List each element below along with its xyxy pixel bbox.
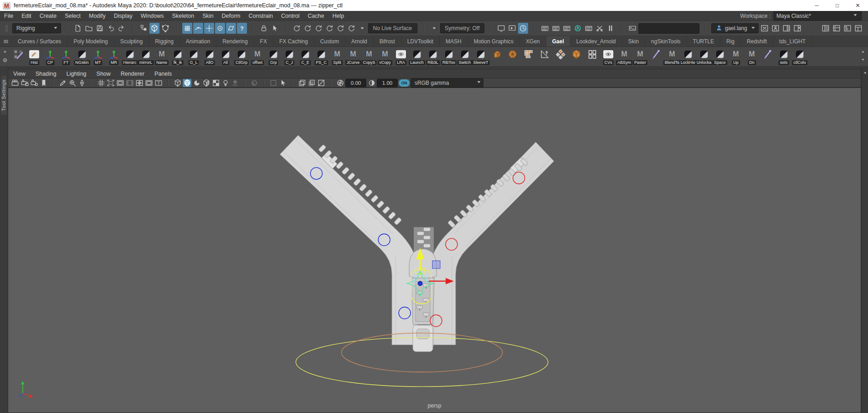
menu-item[interactable]: File	[0, 11, 17, 21]
shadows-icon[interactable]	[231, 79, 239, 87]
live-surface-menu-arrow[interactable]	[357, 23, 367, 34]
panel-menu-item[interactable]: View	[8, 71, 31, 77]
image-plane-icon[interactable]	[307, 79, 316, 87]
open-render-view-icon[interactable]	[496, 23, 506, 34]
workspace-controls-icon[interactable]	[853, 23, 863, 34]
shelf-button[interactable]: M Name	[154, 47, 169, 66]
anim-layer-icon[interactable]	[562, 23, 572, 34]
color-management-toggle[interactable]: ON	[399, 79, 410, 87]
shelf-button[interactable]	[489, 47, 504, 66]
panel-menu-item[interactable]: Renderer	[116, 71, 149, 77]
shelf-button[interactable]: MR	[106, 47, 122, 66]
menu-item[interactable]: Cache	[303, 11, 328, 21]
shelf-overflow-up-icon[interactable]	[859, 48, 867, 55]
shelf-button[interactable]: Switch	[457, 47, 473, 66]
shelf-tab[interactable]: Rigging	[149, 36, 180, 46]
menu-item[interactable]: Skin	[198, 11, 217, 21]
shelf-editor-icon[interactable]	[1, 57, 9, 64]
shelf-button[interactable]: Space	[712, 47, 728, 66]
resolution-gate-icon[interactable]	[116, 79, 124, 87]
smooth-shade-icon[interactable]	[183, 79, 191, 87]
humanik-toggle-icon[interactable]	[770, 23, 781, 34]
cycle-check-icon[interactable]	[335, 23, 345, 34]
pick-tool-icon[interactable]	[77, 79, 86, 87]
shelf-tab[interactable]: Arnold	[345, 36, 374, 46]
panel-menu-item[interactable]: Show	[92, 71, 116, 77]
shelf-button[interactable]: M ABSym	[616, 47, 632, 66]
field-chart-icon[interactable]	[135, 79, 144, 87]
toon-shading-icon[interactable]	[573, 23, 583, 34]
shelf-tab[interactable]: XGen	[520, 36, 546, 46]
sequence-manager-icon[interactable]	[584, 23, 594, 34]
lock-selection-icon[interactable]	[259, 23, 269, 34]
select-object-icon[interactable]	[149, 23, 159, 34]
live-surface-field[interactable]: No Live Surface	[368, 23, 417, 33]
snap-to-grid-icon[interactable]	[182, 23, 192, 34]
input-connections-icon[interactable]	[292, 23, 302, 34]
display-layer-icon[interactable]	[540, 23, 550, 34]
camera-attributes-icon[interactable]	[30, 79, 38, 87]
shelf-button[interactable]: NGskin	[74, 47, 90, 66]
pause-viewport-icon[interactable]	[606, 23, 616, 34]
shelf-button[interactable]: C_E	[298, 47, 313, 66]
shelf-button[interactable]: M Dn	[744, 47, 760, 66]
close-button[interactable]: ✕	[847, 0, 868, 11]
panel-menu-item[interactable]: Panels	[149, 71, 177, 77]
isolate-select-icon[interactable]	[269, 79, 277, 87]
shelf-tab[interactable]: FX Caching	[273, 36, 314, 46]
new-scene-icon[interactable]	[73, 23, 83, 34]
maximize-button[interactable]: □	[827, 0, 847, 11]
snapshot-icon[interactable]	[298, 79, 306, 87]
redo-icon[interactable]	[117, 23, 127, 34]
grease-pencil-icon[interactable]	[58, 79, 67, 87]
menu-item[interactable]: Skeleton	[168, 11, 199, 21]
panel-menu-item[interactable]: Shading	[31, 71, 62, 77]
shelf-button[interactable]: FT	[58, 47, 74, 66]
select-cursor-icon[interactable]	[278, 79, 287, 87]
render-current-frame-icon[interactable]	[507, 23, 517, 34]
shelf-button[interactable]: RibToo	[441, 47, 457, 66]
shelf-button[interactable]	[521, 47, 536, 66]
shelf-button[interactable]: PS_C	[313, 47, 329, 66]
shelf-button[interactable]: mirrorL	[138, 47, 154, 66]
shelf-button[interactable]: Launch	[409, 47, 425, 66]
shelf-tab[interactable]: Lookdev_Arnold	[570, 36, 622, 46]
use-all-lights-icon[interactable]	[221, 79, 230, 87]
shelf-button[interactable]: M Up	[728, 47, 744, 66]
user-menu-dropdown[interactable]: gael.lang	[711, 23, 759, 33]
default-material-icon[interactable]	[202, 79, 211, 87]
menu-item[interactable]: Create	[36, 11, 61, 21]
flat-shade-icon[interactable]	[192, 79, 201, 87]
shelf-button[interactable]: M vCopy	[377, 47, 393, 66]
construction-history-icon[interactable]	[324, 23, 334, 34]
shelf-selector-icon[interactable]	[1, 48, 9, 56]
shelf-button[interactable]	[553, 47, 568, 66]
safe-action-icon[interactable]	[144, 79, 153, 87]
menu-item[interactable]: Deform	[218, 11, 245, 21]
menu-item[interactable]: Help	[328, 11, 348, 21]
ssao-icon[interactable]	[250, 79, 258, 87]
shelf-button[interactable]: Rib3L	[425, 47, 441, 66]
shelf-button[interactable]: M CopyS	[361, 47, 377, 66]
panel-menu-item[interactable]: Lighting	[62, 71, 92, 77]
highlight-selection-icon[interactable]	[270, 23, 280, 34]
shelf-button[interactable]: Grp	[266, 47, 281, 66]
shelf-button[interactable]: CVs	[601, 47, 616, 66]
wireframe-icon[interactable]	[173, 79, 182, 87]
grid-toggle-icon[interactable]	[97, 79, 105, 87]
exposure-field[interactable]: 0.00	[345, 79, 366, 87]
outliner-toggle-icon[interactable]	[842, 23, 853, 34]
menu-item[interactable]: Constrain	[245, 11, 277, 21]
shelf-button[interactable]: M BlendTa	[664, 47, 680, 66]
shelf-button[interactable]: LRA	[393, 47, 409, 66]
shelf-button[interactable]	[569, 47, 584, 66]
right-sidebar-strip[interactable]: ◂	[861, 67, 868, 413]
select-hierarchy-icon[interactable]	[139, 23, 149, 34]
symmetry-menu-arrow[interactable]	[429, 23, 439, 34]
shelf-tab[interactable]: Redshift	[741, 36, 773, 46]
shelf-button[interactable]	[10, 47, 26, 66]
shelf-button[interactable]: Unlocka	[696, 47, 712, 66]
shelf-button[interactable]: M Paster	[632, 47, 648, 66]
exposure-icon[interactable]	[336, 79, 344, 87]
shelf-tab[interactable]: Custom	[314, 36, 345, 46]
